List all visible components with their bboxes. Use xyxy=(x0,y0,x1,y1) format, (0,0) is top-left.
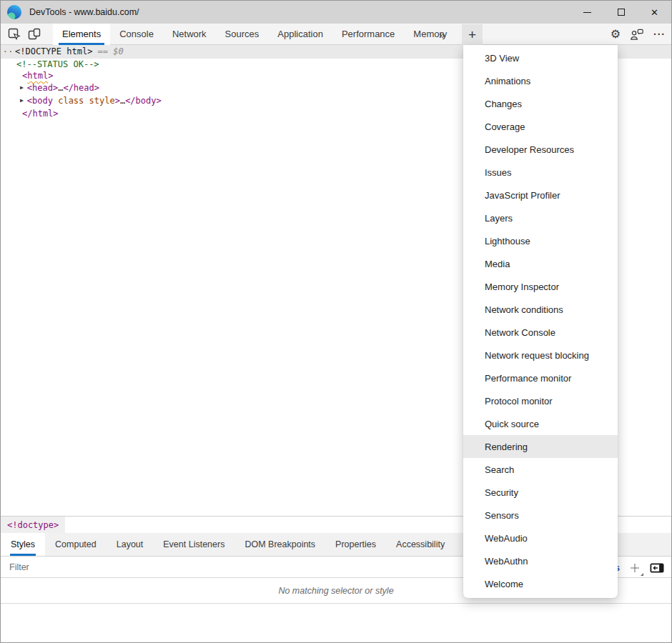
styles-tab-computed[interactable]: Computed xyxy=(45,533,107,556)
menu-item-media[interactable]: Media xyxy=(463,252,618,275)
styles-filter-input[interactable] xyxy=(8,562,222,573)
more-tools-button[interactable]: + xyxy=(462,24,483,45)
styles-tab-styles[interactable]: Styles xyxy=(1,533,45,556)
menu-item-quick-source[interactable]: Quick source xyxy=(463,412,618,435)
window-controls: ✕ xyxy=(570,1,671,24)
styles-tab-dom-breakpoints[interactable]: DOM Breakpoints xyxy=(234,533,325,556)
menu-item-javascript-profiler[interactable]: JavaScript Profiler xyxy=(463,184,618,206)
tab-memory[interactable]: Memory xyxy=(404,24,456,45)
tree-gutter-ellipsis: ··· xyxy=(3,45,19,59)
styles-tab-event-listeners[interactable]: Event Listeners xyxy=(153,533,234,556)
menu-item-changes[interactable]: Changes xyxy=(463,92,618,115)
dropdown-caret-icon xyxy=(641,573,643,576)
menu-item-animations[interactable]: Animations xyxy=(463,69,618,92)
code-segment: html xyxy=(27,71,48,81)
menu-item-protocol-monitor[interactable]: Protocol monitor xyxy=(463,389,618,412)
menu-item-sensors[interactable]: Sensors xyxy=(463,504,618,527)
menu-item-memory-inspector[interactable]: Memory Inspector xyxy=(463,275,618,298)
menu-item-webaudio[interactable]: WebAudio xyxy=(463,527,618,549)
device-toolbar-icon xyxy=(28,28,41,41)
tab-network[interactable]: Network xyxy=(163,24,216,45)
styles-tab-properties[interactable]: Properties xyxy=(325,533,386,556)
maximize-button[interactable] xyxy=(604,1,638,24)
styles-toolbar-right: s xyxy=(615,557,664,578)
maximize-icon xyxy=(618,9,625,16)
tab-console[interactable]: Console xyxy=(110,24,163,45)
close-icon: ✕ xyxy=(651,8,658,17)
toolbar-right-icons: ⚙ ··· xyxy=(611,24,666,45)
feedback-icon[interactable] xyxy=(630,29,644,41)
menu-item-security[interactable]: Security xyxy=(463,481,618,504)
titlebar: DevTools - www.baidu.com/ ✕ xyxy=(1,1,671,24)
menu-item-network-request-blocking[interactable]: Network request blocking xyxy=(463,344,618,367)
plus-icon xyxy=(629,562,641,574)
toggle-sidebar-button[interactable] xyxy=(650,563,664,573)
breadcrumb-item-doctype[interactable]: <!doctype> xyxy=(1,517,65,533)
menu-item-layers[interactable]: Layers xyxy=(463,206,618,229)
minimize-button[interactable] xyxy=(570,1,604,24)
menu-item-rendering[interactable]: Rendering xyxy=(463,435,618,458)
more-tools-menu: 3D ViewAnimationsChangesCoverageDevelope… xyxy=(463,45,618,598)
window-title: DevTools - www.baidu.com/ xyxy=(29,7,139,17)
minimize-icon xyxy=(583,12,591,13)
menu-item-lighthouse[interactable]: Lighthouse xyxy=(463,229,618,252)
devtools-window: DevTools - www.baidu.com/ ✕ xyxy=(0,0,672,643)
tab-application[interactable]: Application xyxy=(268,24,332,45)
expand-arrow-icon[interactable]: ▶ xyxy=(20,95,24,106)
tab-performance[interactable]: Performance xyxy=(332,24,404,45)
code-segment: > xyxy=(115,96,120,106)
code-segment: <!DOCTYPE html> xyxy=(15,46,92,56)
code-segment: <!--STATUS OK--> xyxy=(16,59,99,69)
settings-gear-icon[interactable]: ⚙ xyxy=(611,29,621,40)
more-options-icon[interactable]: ··· xyxy=(653,29,666,40)
menu-item-issues[interactable]: Issues xyxy=(463,161,618,184)
edge-logo-icon xyxy=(7,5,21,19)
dock-sidebar-icon xyxy=(650,563,664,573)
new-style-rule-button[interactable] xyxy=(628,562,641,574)
code-segment: > xyxy=(48,71,53,81)
menu-item-coverage[interactable]: Coverage xyxy=(463,115,618,138)
menu-item-webauthn[interactable]: WebAuthn xyxy=(463,549,618,572)
no-matching-selector-message: No matching selector or style xyxy=(278,586,393,596)
code-segment: class style xyxy=(53,96,115,106)
menu-item-welcome[interactable]: Welcome xyxy=(463,572,618,595)
styles-tab-accessibility[interactable]: Accessibility xyxy=(386,533,455,556)
inspect-cursor-icon xyxy=(8,28,21,41)
code-segment: <head> xyxy=(27,83,58,93)
code-segment: </head> xyxy=(63,83,99,93)
code-segment: </body> xyxy=(125,96,162,106)
menu-item-network-conditions[interactable]: Network conditions xyxy=(463,298,618,321)
code-segment: == $0 xyxy=(92,46,123,56)
menu-item-network-console[interactable]: Network Console xyxy=(463,321,618,344)
panel-tabs: ElementsConsoleNetworkSourcesApplication… xyxy=(53,24,456,45)
device-emulation-button[interactable] xyxy=(24,24,44,44)
more-tabs-button[interactable]: » xyxy=(439,24,445,45)
devtools-toolbar: ElementsConsoleNetworkSourcesApplication… xyxy=(1,24,671,45)
menu-item-search[interactable]: Search xyxy=(463,458,618,481)
styles-tab-layout[interactable]: Layout xyxy=(107,533,154,556)
code-segment: </html> xyxy=(22,109,59,119)
close-button[interactable]: ✕ xyxy=(638,1,671,24)
expand-arrow-icon[interactable]: ▶ xyxy=(20,82,24,94)
inspect-element-button[interactable] xyxy=(4,24,24,44)
tab-elements[interactable]: Elements xyxy=(53,24,110,45)
tab-sources[interactable]: Sources xyxy=(216,24,269,45)
menu-item-3d-view[interactable]: 3D View xyxy=(463,46,618,69)
menu-item-developer-resources[interactable]: Developer Resources xyxy=(463,138,618,161)
code-segment: <body xyxy=(27,96,53,106)
menu-item-performance-monitor[interactable]: Performance monitor xyxy=(463,367,618,389)
